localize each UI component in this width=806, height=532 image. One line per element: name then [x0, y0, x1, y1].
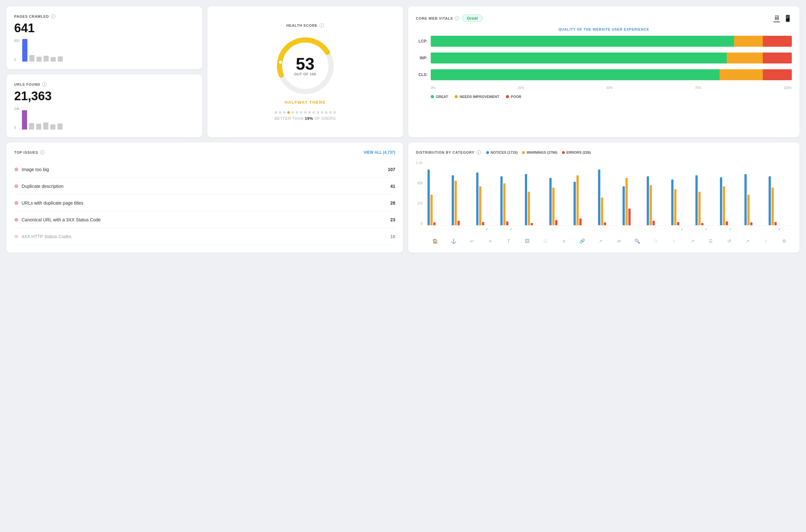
top-issues-info-icon[interactable]: i [40, 150, 44, 155]
dist-legend-label: NOTICES (1715) [491, 151, 518, 154]
notices-bar [671, 179, 674, 225]
dist-y-label: 279 [416, 202, 423, 205]
dist-legend-dot [522, 151, 525, 154]
mini-bar [36, 57, 42, 61]
warnings-bar [747, 195, 750, 225]
dist-bar-group [574, 175, 595, 225]
dist-y-label: 838 [416, 182, 423, 185]
dist-category-icon: ⇄ [611, 239, 626, 244]
dist-checkmark: ✓ [486, 228, 488, 231]
pages-crawled-chart [22, 39, 63, 61]
legend-dot [455, 95, 458, 98]
warnings-bar [552, 188, 555, 225]
gauge-dot [313, 111, 315, 114]
issue-row[interactable]: ⊗URLs with duplicate page titles28 [14, 195, 395, 211]
notices-bar [695, 175, 698, 225]
mini-bar [22, 110, 27, 130]
dist-legend-item: WARNINGS (2796) [522, 151, 557, 154]
warnings-bar [625, 178, 628, 225]
mini-bar [50, 125, 55, 130]
bar-segment [763, 69, 792, 80]
view-all-link[interactable]: VIEW ALL (4,737) [364, 150, 395, 155]
warnings-bar [455, 181, 457, 225]
dist-bar-group [622, 178, 644, 225]
dist-checkmark: ✓ [705, 228, 707, 231]
dist-y-axis: 1.1K8382790 [416, 161, 425, 226]
dist-bar-group: ✓ [769, 176, 790, 225]
notices-bar [745, 174, 747, 225]
errors-bar [579, 218, 582, 225]
issue-row[interactable]: ⊗Duplicate description41 [14, 178, 395, 195]
gauge-out-of: OUT OF 100 [294, 72, 316, 76]
cwv-bar-row: LCP: [416, 36, 792, 47]
errors-bar [531, 223, 533, 225]
gauge-dot [275, 111, 277, 114]
notices-bar [500, 176, 503, 225]
urls-found-card: URLS FOUND i 21,363 24k 0 [6, 74, 202, 137]
issue-count: 107 [388, 167, 395, 172]
warnings-bar [528, 192, 530, 225]
gauge-dot [304, 111, 306, 114]
errors-bar [701, 223, 704, 225]
cwv-bars: LCP:INP:CLS: [416, 36, 792, 80]
legend-label: NEEDS IMPROVEMENT [460, 95, 500, 99]
issue-row[interactable]: ⊗Canonical URL with a 3XX Status Code23 [14, 211, 395, 228]
legend-label: GREAT [436, 95, 448, 99]
bar-segment [431, 53, 727, 63]
cwv-badge: Great [462, 15, 483, 22]
dist-checkmark: ✓ [729, 228, 732, 231]
dist-checkmark: ✓ [778, 228, 781, 231]
dist-category-icon: ↗ [740, 239, 755, 244]
issue-row[interactable]: ⊗Image too big107 [14, 161, 395, 178]
issue-row[interactable]: ⊗4XX HTTP Status Codes18 [14, 228, 395, 245]
warnings-bar [503, 183, 506, 225]
dist-category-icon: ↕ [758, 239, 773, 244]
distribution-card: DISTRIBUTION BY CATEGORY i NOTICES (1715… [408, 142, 800, 253]
dist-bar-group: ✓ [695, 175, 717, 225]
warnings-bar [650, 185, 652, 225]
notices-bar [476, 172, 479, 225]
cwv-axis: 0%25%50%75%100% [416, 86, 792, 90]
dist-info-icon[interactable]: i [476, 150, 481, 155]
dist-bottom-icons: 🏠⚓↩≡T🖼□∧🔗↗⇄🔍□↑↗☰↺↗↕⚙ [416, 239, 792, 244]
cwv-device-icons: 🖥 📱 [773, 14, 792, 22]
urls-found-chart [22, 107, 62, 130]
dist-legend-label: WARNINGS (2796) [526, 151, 557, 154]
pages-crawled-label: PAGES CRAWLED i [14, 14, 194, 19]
mini-bar [22, 39, 27, 61]
dist-bar-group [647, 176, 668, 225]
urls-found-info-icon[interactable]: i [42, 82, 47, 87]
health-score-info-icon[interactable]: i [319, 23, 324, 28]
dist-category-icon: 🔍 [630, 239, 645, 244]
dist-category-icon: ≡ [483, 239, 498, 244]
dist-bar-group [428, 170, 449, 225]
bar-segment [734, 36, 763, 47]
gauge-dot [296, 111, 298, 114]
issue-count: 18 [390, 234, 395, 239]
notices-bar [720, 177, 722, 225]
urls-found-value: 21,363 [14, 89, 194, 103]
warnings-bar [479, 186, 481, 225]
desktop-icon[interactable]: 🖥 [773, 14, 780, 22]
mini-bar [36, 124, 41, 130]
cwv-legend-item: POOR [506, 95, 521, 99]
pages-crawled-info-icon[interactable]: i [51, 14, 55, 19]
dist-category-icon: ↗ [593, 239, 608, 244]
notices-bar [598, 170, 600, 225]
gauge-dot [325, 111, 327, 114]
errors-bar [774, 222, 777, 225]
pages-crawled-card: PAGES CRAWLED i 641 800 0 [6, 6, 202, 69]
errors-bar [433, 222, 435, 225]
dist-legend-dot [562, 151, 565, 154]
dist-legend: NOTICES (1715)WARNINGS (2796)ERRORS (226… [486, 151, 591, 154]
dist-category-icon: 🏠 [428, 239, 443, 244]
gauge-dot [287, 111, 290, 114]
dist-legend-item: ERRORS (226) [562, 151, 591, 154]
cwv-info-icon[interactable]: i [455, 16, 460, 21]
issue-name: Duplicate description [22, 184, 63, 189]
warnings-bar [723, 186, 725, 225]
mini-bar [58, 56, 63, 61]
mobile-icon[interactable]: 📱 [784, 15, 792, 22]
warnings-bar [577, 175, 579, 225]
urls-found-label: URLS FOUND i [14, 82, 194, 87]
